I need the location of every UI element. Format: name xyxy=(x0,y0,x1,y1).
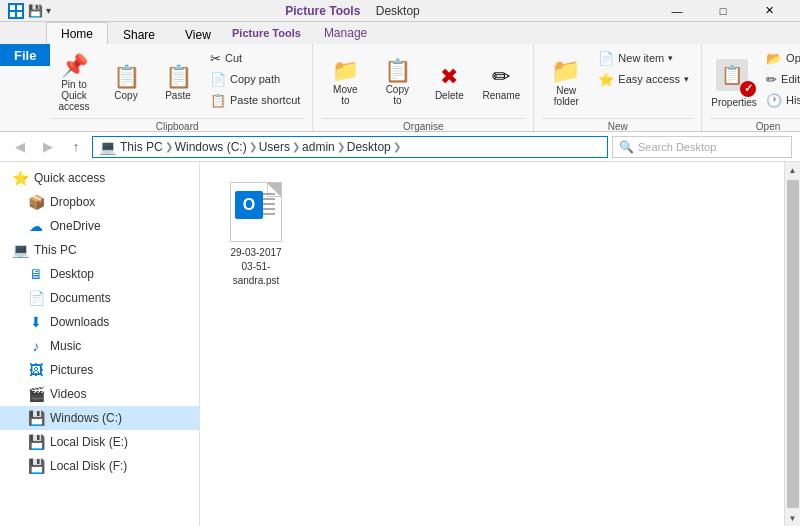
path-windows-c[interactable]: Windows (C:) xyxy=(175,140,247,154)
pin-icon: 📌 xyxy=(61,55,88,77)
path-this-pc[interactable]: This PC xyxy=(120,140,163,154)
move-to-button[interactable]: 📁 Moveto xyxy=(321,48,369,116)
new-folder-button[interactable]: 📁 Newfolder xyxy=(542,48,590,116)
clipboard-label: Clipboard xyxy=(50,118,304,132)
copy-large-icon: 📋 xyxy=(113,66,140,88)
svg-rect-0 xyxy=(10,5,15,10)
tab-share[interactable]: Share xyxy=(108,24,170,44)
copy-to-button[interactable]: 📋 Copyto xyxy=(373,48,421,116)
windows-c-icon: 💾 xyxy=(28,410,44,426)
open-button[interactable]: 📂 Open ▾ xyxy=(762,48,800,68)
sidebar-item-downloads[interactable]: ⬇ Downloads xyxy=(0,310,199,334)
tab-manage[interactable]: Manage xyxy=(309,22,382,42)
path-sep-1: ❯ xyxy=(165,141,173,152)
sidebar-item-windows-c[interactable]: 💾 Windows (C:) xyxy=(0,406,199,430)
file-area-scrollbar[interactable]: ▲ ▼ xyxy=(784,162,800,526)
properties-button[interactable]: 📋 ✓ Properties xyxy=(710,48,758,116)
sidebar-item-desktop[interactable]: 🖥 Desktop xyxy=(0,262,199,286)
edit-label: Edit xyxy=(781,73,800,85)
file-area[interactable]: O 29-03-2017 03-51-sandra.pst xyxy=(200,162,784,526)
desktop-icon: 🖥 xyxy=(28,266,44,282)
copy-path-label: Copy path xyxy=(230,73,280,85)
svg-rect-2 xyxy=(10,12,15,17)
close-button[interactable]: ✕ xyxy=(746,0,792,22)
sidebar-item-this-pc[interactable]: 💻 This PC xyxy=(0,238,199,262)
path-desktop[interactable]: Desktop xyxy=(347,140,391,154)
ribbon: 📌 Pin to Quickaccess 📋 Copy 📋 Paste ✂ Cu… xyxy=(0,44,800,132)
rename-button[interactable]: ✏ Rename xyxy=(477,48,525,116)
local-disk-e-icon: 💾 xyxy=(28,434,44,450)
file-tab[interactable]: File xyxy=(0,44,50,66)
address-path[interactable]: 💻 This PC ❯ Windows (C:) ❯ Users ❯ admin… xyxy=(92,136,608,158)
sidebar-item-music[interactable]: ♪ Music xyxy=(0,334,199,358)
window-controls: — □ ✕ xyxy=(654,0,792,22)
sidebar-label-documents: Documents xyxy=(50,291,111,305)
app-icon xyxy=(8,3,24,19)
properties-check-badge: ✓ xyxy=(740,81,756,97)
new-small-group: 📄 New item ▾ ⭐ Easy access ▾ xyxy=(594,48,693,89)
up-button[interactable]: ↑ xyxy=(64,135,88,159)
path-computer-icon: 💻 xyxy=(99,139,116,155)
qs-save-icon[interactable]: 💾 xyxy=(28,4,43,18)
path-admin[interactable]: admin xyxy=(302,140,335,154)
delete-icon: ✖ xyxy=(440,66,458,88)
sidebar-label-onedrive: OneDrive xyxy=(50,219,101,233)
pst-icon-container: O xyxy=(226,182,286,242)
back-button[interactable]: ◀ xyxy=(8,135,32,159)
copy-to-icon: 📋 xyxy=(384,60,411,82)
pictures-icon: 🖼 xyxy=(28,362,44,378)
file-lines xyxy=(261,193,275,215)
file-line-1 xyxy=(261,193,275,195)
history-button[interactable]: 🕐 History xyxy=(762,90,800,110)
delete-button[interactable]: ✖ Delete xyxy=(425,48,473,116)
picture-tools-group: Picture Tools Manage xyxy=(224,22,382,42)
new-item-button[interactable]: 📄 New item ▾ xyxy=(594,48,693,68)
path-sep-5: ❯ xyxy=(393,141,401,152)
sidebar-item-pictures[interactable]: 🖼 Pictures xyxy=(0,358,199,382)
properties-icon-container: 📋 ✓ xyxy=(716,59,752,95)
sidebar: ⭐ Quick access 📦 Dropbox ☁ OneDrive 💻 Th… xyxy=(0,162,200,526)
paste-button[interactable]: 📋 Paste xyxy=(154,48,202,116)
sidebar-item-onedrive[interactable]: ☁ OneDrive xyxy=(0,214,199,238)
quick-access-icon: ⭐ xyxy=(12,170,28,186)
window-title-text: Desktop xyxy=(376,4,420,18)
search-icon: 🔍 xyxy=(619,140,634,154)
minimize-button[interactable]: — xyxy=(654,0,700,22)
maximize-button[interactable]: □ xyxy=(700,0,746,22)
tab-home[interactable]: Home xyxy=(46,22,108,44)
file-scroll-up[interactable]: ▲ xyxy=(785,162,801,178)
documents-icon: 📄 xyxy=(28,290,44,306)
pin-to-quick-access-button[interactable]: 📌 Pin to Quickaccess xyxy=(50,48,98,116)
ribbon-tab-row: File Home Share View Picture Tools Manag… xyxy=(0,22,800,44)
paste-shortcut-button[interactable]: 📋 Paste shortcut xyxy=(206,90,304,110)
new-item-label: New item xyxy=(618,52,664,64)
copy-button-large[interactable]: 📋 Copy xyxy=(102,48,150,116)
sidebar-item-quick-access[interactable]: ⭐ Quick access xyxy=(0,166,199,190)
scroll-thumb[interactable] xyxy=(787,180,799,508)
edit-button[interactable]: ✏ Edit xyxy=(762,69,800,89)
file-item-pst[interactable]: O 29-03-2017 03-51-sandra.pst xyxy=(216,178,296,292)
tab-view[interactable]: View xyxy=(170,24,226,44)
clipboard-content: 📌 Pin to Quickaccess 📋 Copy 📋 Paste ✂ Cu… xyxy=(50,48,304,116)
properties-label: Properties xyxy=(711,97,757,108)
sidebar-item-videos[interactable]: 🎬 Videos xyxy=(0,382,199,406)
copy-path-button[interactable]: 📄 Copy path xyxy=(206,69,304,89)
cut-button[interactable]: ✂ Cut xyxy=(206,48,304,68)
music-icon: ♪ xyxy=(28,338,44,354)
cut-label: Cut xyxy=(225,52,242,64)
ribbon-section-open: 📋 ✓ Properties 📂 Open ▾ ✏ Edit 🕐 xyxy=(702,44,800,131)
local-disk-f-icon: 💾 xyxy=(28,458,44,474)
easy-access-label: Easy access xyxy=(618,73,680,85)
sidebar-item-local-disk-f[interactable]: 💾 Local Disk (F:) xyxy=(0,454,199,478)
easy-access-button[interactable]: ⭐ Easy access ▾ xyxy=(594,69,693,89)
delete-label: Delete xyxy=(435,90,464,101)
file-scroll-down[interactable]: ▼ xyxy=(785,510,801,526)
path-users[interactable]: Users xyxy=(259,140,290,154)
sidebar-item-dropbox[interactable]: 📦 Dropbox xyxy=(0,190,199,214)
file-line-2 xyxy=(261,198,275,200)
path-sep-3: ❯ xyxy=(292,141,300,152)
sidebar-item-local-disk-e[interactable]: 💾 Local Disk (E:) xyxy=(0,430,199,454)
search-box[interactable]: 🔍 Search Desktop xyxy=(612,136,792,158)
forward-button[interactable]: ▶ xyxy=(36,135,60,159)
sidebar-item-documents[interactable]: 📄 Documents xyxy=(0,286,199,310)
